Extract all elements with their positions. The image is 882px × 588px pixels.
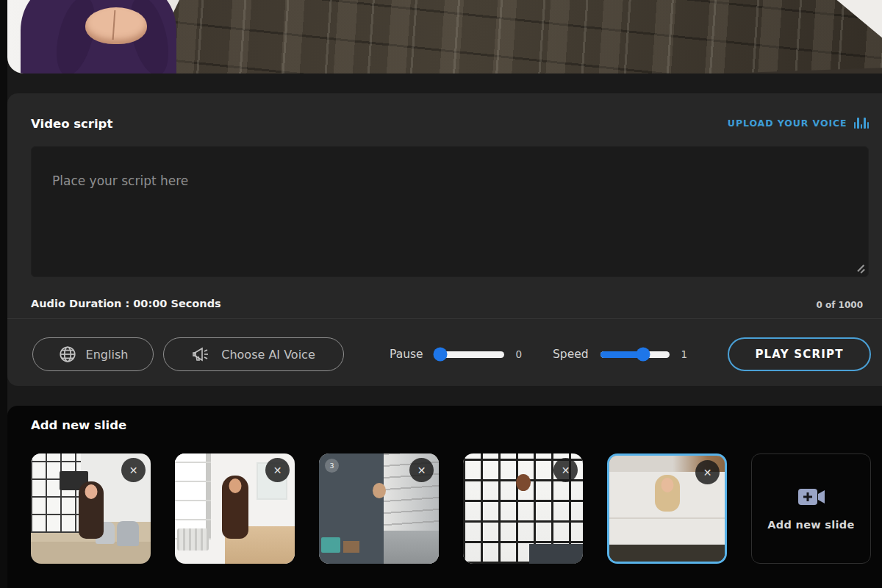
divider <box>7 318 882 319</box>
megaphone-icon <box>192 345 212 363</box>
speed-slider-group: Speed 1 <box>553 337 687 371</box>
close-icon[interactable]: ✕ <box>409 458 434 482</box>
slide-thumbnail-4[interactable]: ✕ <box>463 453 583 564</box>
slide-thumbnail-3[interactable]: 3 ✕ <box>319 453 439 564</box>
speed-slider[interactable] <box>600 351 670 358</box>
preview-avatar <box>21 0 176 74</box>
pause-slider-group: Pause 0 <box>390 337 522 371</box>
waveform-icon <box>854 118 870 129</box>
play-script-button[interactable]: PLAY SCRIPT <box>728 337 871 371</box>
script-textarea[interactable] <box>31 146 869 277</box>
audio-duration-text: Audio Duration : 00:00 Seconds <box>31 298 221 309</box>
slides-panel: Add new slide ✕ ✕ <box>7 406 882 588</box>
close-icon[interactable]: ✕ <box>265 458 290 482</box>
slide-number-badge: 3 <box>325 459 339 473</box>
language-label: English <box>86 348 129 362</box>
add-new-slide-label: Add new slide <box>767 519 854 531</box>
preview-carpet-floor <box>116 0 882 74</box>
choose-ai-voice-button[interactable]: Choose AI Voice <box>163 337 344 371</box>
slide-thumbnail-5-selected[interactable]: ✕ <box>607 453 727 564</box>
script-input-wrapper <box>31 146 869 277</box>
pause-value: 0 <box>516 348 523 360</box>
add-new-slide-button[interactable]: Add new slide <box>751 453 871 564</box>
video-camera-plus-icon <box>797 487 826 507</box>
close-icon[interactable]: ✕ <box>121 458 146 482</box>
pause-slider[interactable] <box>435 351 504 358</box>
speed-label: Speed <box>553 348 589 361</box>
video-script-panel: Video script UPLOAD YOUR VOICE Audio Dur… <box>7 93 882 386</box>
globe-icon <box>58 345 77 364</box>
slides-panel-title: Add new slide <box>31 418 126 432</box>
upload-voice-label: UPLOAD YOUR VOICE <box>728 118 847 129</box>
speed-slider-thumb[interactable] <box>636 348 650 362</box>
video-preview[interactable] <box>7 0 882 74</box>
slides-row: ✕ ✕ 3 ✕ <box>31 453 871 564</box>
app-stage: Video script UPLOAD YOUR VOICE Audio Dur… <box>7 0 882 588</box>
pause-label: Pause <box>390 348 423 361</box>
upload-your-voice-button[interactable]: UPLOAD YOUR VOICE <box>728 118 869 129</box>
slide-thumbnail-1[interactable]: ✕ <box>31 453 151 564</box>
language-button[interactable]: English <box>32 337 154 371</box>
voice-label: Choose AI Voice <box>221 348 315 362</box>
character-count: 0 of 1000 <box>816 300 863 310</box>
slide-thumbnail-2[interactable]: ✕ <box>175 453 295 564</box>
speed-value: 1 <box>681 348 688 360</box>
pause-slider-thumb[interactable] <box>434 348 448 362</box>
avatar-hands <box>85 7 147 44</box>
close-icon[interactable]: ✕ <box>553 458 578 482</box>
panel-title: Video script <box>31 117 112 131</box>
close-icon[interactable]: ✕ <box>695 460 720 484</box>
